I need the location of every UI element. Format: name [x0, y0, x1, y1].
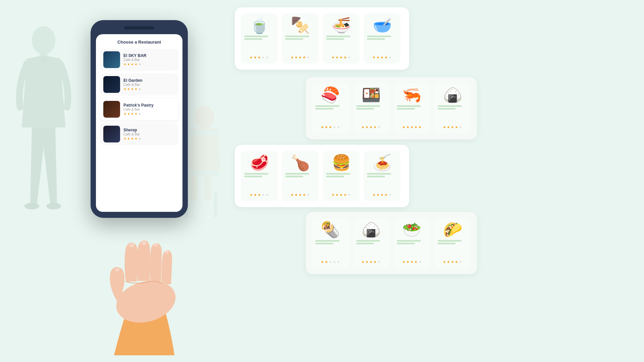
restaurant-stars-patricks-pastry: ★ ★ ★ ★ ★ — [123, 112, 175, 116]
star-3: ★ — [131, 112, 134, 116]
food-card-noodles[interactable]: 🍜 ★ ★ ★ ★ ★ — [323, 13, 360, 64]
svg-point-4 — [46, 203, 61, 209]
phone-title: Choose a Restaurant — [100, 40, 178, 45]
food-line-2 — [397, 243, 415, 244]
star-4: ★ — [135, 112, 138, 116]
food-card-sushi-2[interactable]: 🍱 ★ ★ ★ ★ ★ — [353, 83, 390, 133]
food-icon-roll-3: 🥗 — [402, 222, 421, 237]
food-stars-pasta: ★ ★ ★ ★ ★ — [372, 193, 392, 197]
food-card-tea[interactable]: 🍵 ★ ★ ★ ★ ★ — [241, 13, 278, 64]
svg-point-14 — [129, 243, 135, 247]
food-line-1 — [244, 36, 268, 37]
food-icon-sushi-2: 🍱 — [362, 87, 381, 103]
food-stars-burger: ★ ★ ★ ★ ★ — [331, 193, 351, 197]
food-lines — [326, 36, 356, 41]
food-line-2 — [367, 176, 385, 177]
food-card-roll-1[interactable]: 🌯 ★ ★ ★ ★ ★ — [312, 218, 349, 268]
svg-point-16 — [154, 243, 158, 247]
food-line-2 — [356, 108, 374, 110]
food-line-1 — [285, 173, 309, 175]
food-line-1 — [356, 240, 380, 242]
svg-rect-10 — [205, 174, 211, 201]
food-grid-4: 🌯 ★ ★ ★ ★ ★ 🍙 ★ ★ ★ ★ — [312, 218, 471, 268]
food-panel-4: 🌯 ★ ★ ★ ★ ★ 🍙 ★ ★ ★ ★ — [306, 212, 477, 274]
svg-point-15 — [141, 241, 147, 245]
restaurant-thumb-el-garden — [103, 76, 120, 93]
restaurant-item-el-garden[interactable]: El Garden Cafe & Bar ★ ★ ★ ★ ★ — [100, 73, 178, 96]
food-panel-1: 🍵 ★ ★ ★ ★ ★ 🍢 ★ ★ ★ ★ — [235, 7, 409, 70]
food-card-steak[interactable]: 🥩 ★ ★ ★ ★ ★ — [241, 151, 278, 201]
food-line-2 — [397, 108, 415, 110]
food-lines — [356, 240, 386, 245]
food-stars-sushi-3: ★ ★ ★ ★ ★ — [402, 125, 422, 129]
food-card-sushi-1[interactable]: 🍣 ★ ★ ★ ★ ★ — [312, 83, 349, 133]
food-icon-sushi-1: 🍣 — [321, 87, 340, 103]
food-icon-skewer: 🍢 — [291, 17, 310, 33]
svg-point-3 — [24, 203, 39, 209]
food-lines — [397, 105, 427, 111]
food-icon-sushi-3: 🦐 — [402, 87, 421, 103]
restaurant-info-patricks-pastry: Patrick's Pastry Cafe & Bar ★ ★ ★ ★ ★ — [123, 103, 175, 116]
star-2: ★ — [127, 87, 130, 91]
star-1: ★ — [123, 62, 126, 66]
food-lines — [315, 240, 345, 245]
food-stars-noodles: ★ ★ ★ ★ ★ — [331, 55, 351, 60]
food-stars-tea: ★ ★ ★ ★ ★ — [250, 55, 269, 60]
food-line-2 — [438, 108, 456, 110]
food-stars-roll-1: ★ ★ ★ ★ ★ — [321, 260, 340, 264]
star-5: ★ — [138, 62, 141, 66]
food-card-soup[interactable]: 🥣 ★ ★ ★ ★ ★ — [364, 13, 400, 64]
food-lines — [397, 240, 427, 245]
food-lines — [285, 173, 315, 178]
restaurant-item-patricks-pastry[interactable]: Patrick's Pastry Cafe & Bar ★ ★ ★ ★ ★ — [100, 98, 178, 120]
food-line-2 — [367, 38, 385, 40]
food-line-2 — [315, 108, 333, 110]
food-card-roll-3[interactable]: 🥗 ★ ★ ★ ★ ★ — [393, 218, 430, 268]
food-line-2 — [285, 176, 303, 177]
food-card-skewer[interactable]: 🍢 ★ ★ ★ ★ ★ — [282, 13, 319, 64]
food-line-1 — [326, 36, 350, 37]
food-lines — [244, 173, 274, 178]
food-line-2 — [438, 243, 456, 244]
food-icon-pasta: 🍝 — [373, 155, 392, 170]
restaurant-thumb-patricks-pastry — [103, 101, 120, 118]
food-lines — [326, 173, 356, 178]
food-line-1 — [356, 105, 380, 107]
food-stars-roll-4: ★ ★ ★ ★ ★ — [443, 260, 462, 264]
food-icon-soup: 🥣 — [373, 17, 392, 33]
food-card-sushi-3[interactable]: 🦐 ★ ★ ★ ★ ★ — [393, 83, 430, 133]
svg-rect-12 — [214, 191, 217, 218]
food-icon-sushi-4: 🍙 — [443, 87, 462, 103]
star-3: ★ — [131, 137, 134, 140]
food-card-burger[interactable]: 🍔 ★ ★ ★ ★ ★ — [323, 151, 360, 201]
restaurant-stars-el-sky-bar: ★ ★ ★ ★ ★ — [123, 62, 175, 66]
food-stars-roll-2: ★ ★ ★ ★ ★ — [361, 260, 381, 264]
star-4: ★ — [135, 137, 138, 140]
food-lines — [367, 173, 397, 178]
food-line-2 — [356, 243, 374, 244]
restaurant-category-el-sky-bar: Cafe & Bar — [123, 58, 175, 62]
food-line-2 — [315, 243, 333, 244]
restaurant-item-el-sky-bar[interactable]: El SKY BAR Cafe & Bar ★ ★ ★ ★ ★ — [100, 49, 178, 71]
restaurant-name-patricks-pastry: Patrick's Pastry — [123, 103, 175, 108]
food-grid-3: 🥩 ★ ★ ★ ★ ★ 🍗 ★ ★ ★ ★ — [241, 151, 403, 201]
restaurant-thumb-sherep — [103, 126, 120, 142]
food-stars-chicken: ★ ★ ★ ★ ★ — [290, 193, 310, 197]
food-panel-2: 🍣 ★ ★ ★ ★ ★ 🍱 ★ ★ ★ ★ — [306, 77, 477, 139]
food-icon-tea: 🍵 — [250, 17, 269, 33]
food-card-chicken[interactable]: 🍗 ★ ★ ★ ★ ★ — [282, 151, 319, 201]
restaurant-stars-sherep: ★ ★ ★ ★ ★ — [123, 137, 175, 140]
food-card-roll-4[interactable]: 🌮 ★ ★ ★ ★ ★ — [434, 218, 471, 268]
restaurant-info-sherep: Sherep Cafe & Bar ★ ★ ★ ★ ★ — [123, 128, 175, 140]
food-lines — [315, 105, 345, 111]
food-icon-chicken: 🍗 — [291, 155, 310, 170]
food-card-roll-2[interactable]: 🍙 ★ ★ ★ ★ ★ — [353, 218, 390, 268]
food-card-pasta[interactable]: 🍝 ★ ★ ★ ★ ★ — [364, 151, 400, 201]
food-line-1 — [326, 173, 350, 175]
phone-notch — [124, 26, 154, 29]
food-icon-roll-2: 🍙 — [362, 222, 381, 237]
restaurant-info-el-garden: El Garden Cafe & Bar ★ ★ ★ ★ ★ — [123, 78, 175, 91]
svg-rect-7 — [184, 131, 218, 135]
food-card-sushi-4[interactable]: 🍙 ★ ★ ★ ★ ★ — [434, 83, 471, 133]
star-5: ★ — [138, 87, 141, 91]
